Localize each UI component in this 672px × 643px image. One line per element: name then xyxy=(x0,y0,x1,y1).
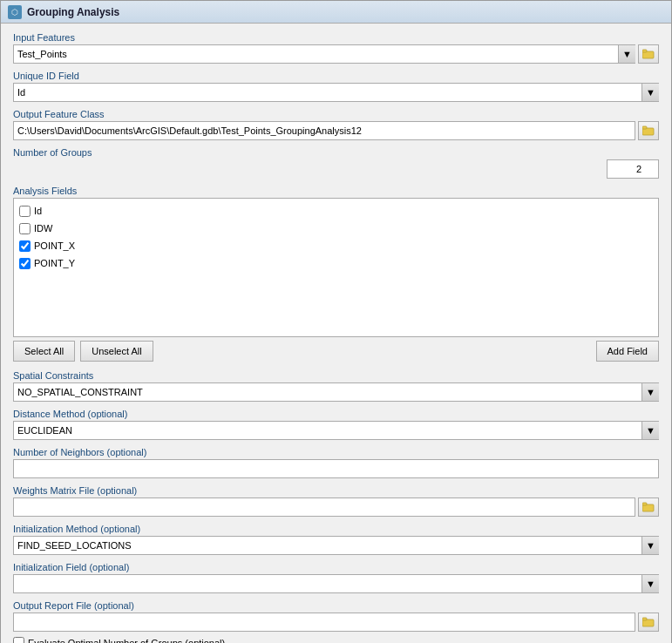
folder-icon xyxy=(642,49,655,59)
output-feature-class-input[interactable] xyxy=(13,121,635,140)
analysis-field-idw-checkbox[interactable] xyxy=(19,223,31,234)
weights-matrix-label: Weights Matrix File (optional) xyxy=(13,485,659,496)
initialization-method-label: Initialization Method (optional) xyxy=(13,524,659,534)
analysis-field-point-x: POINT_X xyxy=(17,237,655,254)
output-feature-class-row xyxy=(13,121,659,140)
spatial-constraints-label: Spatial Constraints xyxy=(13,370,659,381)
folder-icon-weights xyxy=(642,502,655,512)
initialization-method-row: FIND_SEED_LOCATIONS ▼ xyxy=(13,536,659,555)
svg-rect-7 xyxy=(642,618,647,620)
svg-rect-3 xyxy=(642,126,647,129)
initialization-field-row: ▼ xyxy=(13,574,659,593)
analysis-fields-box: Id IDW POINT_X POINT_Y xyxy=(13,198,659,337)
spatial-constraints-dropdown[interactable]: NO_SPATIAL_CONSTRAINT xyxy=(13,382,659,402)
analysis-field-point-y-checkbox[interactable] xyxy=(19,258,31,269)
analysis-field-idw-label: IDW xyxy=(34,223,52,234)
svg-rect-5 xyxy=(642,503,647,505)
analysis-fields-buttons: Select All Unselect All Add Field xyxy=(13,341,659,362)
input-features-dropdown-wrapper: Test_Points ▼ xyxy=(13,44,635,64)
initialization-field-dropdown[interactable] xyxy=(13,574,659,593)
weights-matrix-browse-button[interactable] xyxy=(638,497,659,517)
main-window: ⬡ Grouping Analysis Input Features Test_… xyxy=(0,0,672,643)
spatial-constraints-dropdown-wrapper: NO_SPATIAL_CONSTRAINT ▼ xyxy=(13,382,659,402)
output-report-input[interactable] xyxy=(13,613,635,632)
initialization-method-dropdown-wrapper: FIND_SEED_LOCATIONS ▼ xyxy=(13,536,659,555)
unselect-all-button[interactable]: Unselect All xyxy=(80,341,153,362)
add-field-button[interactable]: Add Field xyxy=(596,341,659,362)
distance-method-label: Distance Method (optional) xyxy=(13,409,659,419)
output-report-label: Output Report File (optional) xyxy=(13,600,659,611)
folder-icon-report xyxy=(642,617,655,627)
analysis-field-point-x-checkbox[interactable] xyxy=(19,240,31,252)
number-of-groups-input[interactable] xyxy=(607,159,659,179)
analysis-field-id: Id xyxy=(17,202,655,220)
output-report-browse-button[interactable] xyxy=(638,613,659,632)
select-all-button[interactable]: Select All xyxy=(13,341,75,362)
analysis-field-point-y-label: POINT_Y xyxy=(34,258,75,268)
input-features-label: Input Features xyxy=(13,32,659,43)
weights-matrix-row xyxy=(13,497,659,517)
evaluate-optimal-row: Evaluate Optimal Number of Groups (optio… xyxy=(13,637,659,643)
title-bar: ⬡ Grouping Analysis xyxy=(1,1,671,24)
initialization-field-label: Initialization Field (optional) xyxy=(13,562,659,572)
analysis-field-id-checkbox[interactable] xyxy=(19,206,31,217)
spatial-constraints-row: NO_SPATIAL_CONSTRAINT ▼ xyxy=(13,382,659,402)
unique-id-dropdown-wrapper: Id ▼ xyxy=(13,83,659,102)
initialization-field-dropdown-wrapper: ▼ xyxy=(13,574,659,593)
evaluate-optimal-label: Evaluate Optimal Number of Groups (optio… xyxy=(28,638,225,644)
unique-id-row: Id ▼ xyxy=(13,83,659,102)
distance-method-dropdown-wrapper: EUCLIDEAN ▼ xyxy=(13,421,659,440)
input-features-row: Test_Points ▼ xyxy=(13,44,659,64)
output-report-row xyxy=(13,613,659,632)
evaluate-optimal-checkbox[interactable] xyxy=(13,637,24,643)
output-feature-class-label: Output Feature Class xyxy=(13,109,659,119)
input-features-browse-button[interactable] xyxy=(638,44,659,64)
form-content: Input Features Test_Points ▼ Unique ID F… xyxy=(1,24,671,643)
folder-icon-output xyxy=(642,125,655,136)
number-of-neighbors-label: Number of Neighbors (optional) xyxy=(13,447,659,457)
analysis-field-idw: IDW xyxy=(17,220,655,237)
svg-rect-1 xyxy=(642,50,647,52)
unique-id-label: Unique ID Field xyxy=(13,71,659,81)
output-feature-class-browse-button[interactable] xyxy=(638,121,659,140)
analysis-field-point-x-label: POINT_X xyxy=(34,240,75,251)
analysis-field-point-y: POINT_Y xyxy=(17,254,655,272)
initialization-method-dropdown[interactable]: FIND_SEED_LOCATIONS xyxy=(13,536,659,555)
window-title: Grouping Analysis xyxy=(27,6,119,18)
number-of-groups-label: Number of Groups xyxy=(13,147,659,158)
unique-id-dropdown[interactable]: Id xyxy=(13,83,659,102)
analysis-fields-label: Analysis Fields xyxy=(13,186,659,196)
analysis-field-id-label: Id xyxy=(34,206,42,216)
number-of-neighbors-input[interactable] xyxy=(13,459,659,478)
input-features-dropdown[interactable]: Test_Points xyxy=(13,44,635,64)
window-icon: ⬡ xyxy=(8,5,22,19)
number-of-groups-wrapper xyxy=(13,159,659,179)
distance-method-dropdown[interactable]: EUCLIDEAN xyxy=(13,421,659,440)
distance-method-row: EUCLIDEAN ▼ xyxy=(13,421,659,440)
weights-matrix-input[interactable] xyxy=(13,497,635,517)
